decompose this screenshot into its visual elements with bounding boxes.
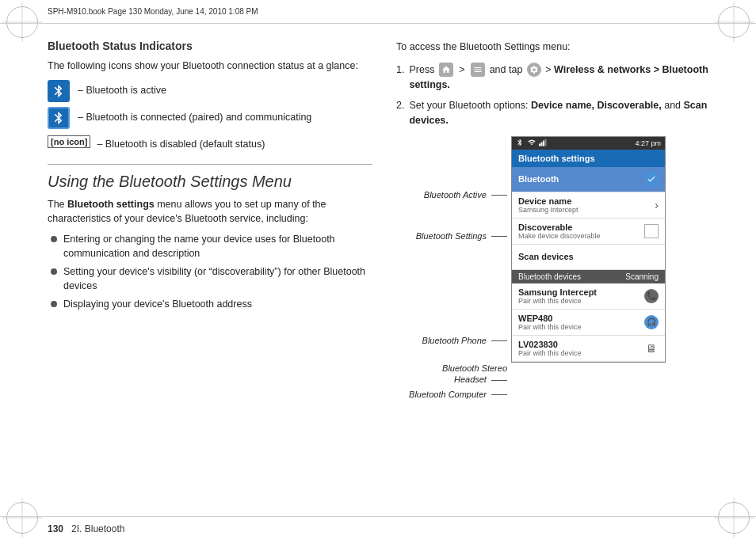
no-icon-text: – Bluetooth is disabled (default status) [97, 134, 265, 152]
footer-bar: 130 2I. Bluetooth [0, 516, 756, 540]
phone-screen: 4:27 pm Bluetooth settings Bluetooth D [511, 136, 666, 363]
status-bt-icon [516, 139, 524, 146]
menu-icon [471, 63, 485, 77]
headset-icon: 🎧 [644, 315, 659, 329]
device3-text: LV023830 Pair with this device [518, 340, 644, 357]
scan-header: Bluetooth devices Scanning [512, 270, 665, 283]
bullet-dot-3 [51, 301, 57, 307]
phone-device-name-row: Device name Samsung Intercept › [512, 192, 665, 219]
label-bluetooth-stereo: Bluetooth StereoHeadset [442, 363, 507, 386]
step-2-num: 2. [396, 98, 404, 113]
phone-device2-row: WEP480 Pair with this device 🎧 [512, 310, 665, 336]
settings-text-prefix: The [48, 199, 67, 210]
phone-bt-row: Bluetooth [512, 167, 665, 192]
svg-rect-10 [543, 140, 544, 146]
bullet-item-2: Setting your device's visibility (or “di… [51, 265, 372, 293]
header-bar: SPH-M910.book Page 130 Monday, June 14, … [0, 0, 756, 24]
device2-name: WEP480 [518, 314, 644, 323]
settings-desc: The Bluetooth settings menu allows you t… [48, 197, 372, 227]
phone-title-bar: Bluetooth settings [512, 150, 665, 167]
step-1-num: 1. [396, 63, 404, 78]
bt-checkbox [644, 172, 659, 186]
menu-svg [473, 65, 483, 74]
header-text: SPH-M910.book Page 130 Monday, June 14, … [48, 7, 258, 16]
step-2-prefix: Set your Bluetooth options: [409, 100, 531, 111]
phone-title: Bluetooth settings [518, 154, 595, 163]
step-1-content: Press > and tap > Wireless & net [409, 63, 732, 93]
bt-connected-icon [48, 107, 70, 129]
no-icon-row: [no icon] – Bluetooth is disabled (defau… [48, 134, 372, 152]
step-1-greater: > [459, 64, 464, 75]
check-icon [647, 174, 656, 184]
computer-icon: 🖥 [644, 341, 659, 356]
no-icon-label: [no icon] [48, 135, 90, 148]
device1-sub: Pair with this device [518, 297, 644, 305]
settings-svg [529, 65, 539, 74]
settings-bold: Bluetooth settings [67, 199, 155, 210]
svg-rect-9 [541, 142, 543, 146]
scan-status: Scanning [625, 272, 659, 281]
page-section: 2I. Bluetooth [71, 523, 124, 534]
device3-sub: Pair with this device [518, 349, 644, 357]
phone-icon-1: 📞 [644, 289, 659, 303]
discoverable-checkbox [644, 224, 659, 238]
status-wifi-icon [528, 139, 536, 146]
scan-label: Scan devices [518, 252, 574, 261]
bullet-dot-1 [51, 236, 57, 242]
bluetooth-icon [52, 84, 66, 98]
step-1: 1. Press > and tap [396, 63, 732, 93]
using-bt-settings-title: Using the Bluetooth Settings Menu [48, 164, 372, 191]
steps-list: 1. Press > and tap [396, 63, 732, 128]
intro-text: The following icons show your Bluetooth … [48, 59, 372, 74]
device-name-sub: Samsung Intercept [518, 206, 655, 214]
bullet-item-3: Displaying your device's Bluetooth addre… [51, 298, 372, 312]
bluetooth-connected-icon [52, 111, 66, 125]
step-1-path: Wireless & networks > Bluetooth settings… [409, 64, 708, 90]
bt-active-row: – Bluetooth is active [48, 80, 372, 102]
section-title: Bluetooth Status Indicators [48, 40, 372, 52]
label-bluetooth-settings: Bluetooth Settings [416, 231, 507, 241]
label-bluetooth-phone: Bluetooth Phone [422, 336, 507, 345]
step-2-bold: Device name, Discoverable, [531, 100, 662, 111]
left-column: Bluetooth Status Indicators The followin… [48, 40, 388, 500]
bt-row-label: Bluetooth [518, 174, 559, 184]
label-bluetooth-active: Bluetooth Active [424, 190, 507, 200]
labels-column: Bluetooth Active Bluetooth Settings Blue… [396, 136, 511, 363]
bt-active-label: – Bluetooth is active [78, 80, 166, 98]
bullet-dot-2 [51, 268, 57, 275]
home-icon [439, 63, 453, 77]
status-time: 4:27 pm [635, 139, 661, 147]
phone-scan-row: Scan devices [512, 245, 665, 270]
bullet-text-2: Setting your device's visibility (or “di… [63, 265, 372, 293]
bt-active-icon [48, 80, 70, 102]
phone-device3-row: LV023830 Pair with this device 🖥 [512, 336, 665, 362]
phone-wrapper: Bluetooth Active Bluetooth Settings Blue… [396, 136, 732, 363]
phone-discoverable-row: Discoverable Make device discoverable [512, 219, 665, 245]
phone-device1-row: Samsung Intercept Pair with this device … [512, 283, 665, 310]
step-1-press: Press [409, 64, 434, 75]
phone-status-bar: 4:27 pm [512, 137, 665, 150]
svg-rect-11 [545, 139, 547, 146]
bt-connected-label: – Bluetooth is connected (paired) and co… [78, 107, 311, 125]
discoverable-sub: Make device discoverable [518, 232, 644, 240]
device-name-arrow: › [655, 199, 659, 211]
device2-sub: Pair with this device [518, 323, 644, 331]
right-column: To access the Bluetooth Settings menu: 1… [388, 40, 732, 500]
device2-text: WEP480 Pair with this device [518, 314, 644, 331]
discoverable-text: Discoverable Make device discoverable [518, 222, 644, 240]
label-bluetooth-computer: Bluetooth Computer [409, 390, 507, 399]
bullet-list: Entering or changing the name your devic… [51, 233, 372, 312]
bullet-text-1: Entering or changing the name your devic… [63, 233, 372, 260]
device1-name: Samsung Intercept [518, 287, 644, 297]
step-2-content: Set your Bluetooth options: Device name,… [409, 98, 732, 128]
bt-connected-row: – Bluetooth is connected (paired) and co… [48, 107, 372, 129]
device-name-text: Device name Samsung Intercept [518, 196, 655, 214]
device-name-label: Device name [518, 196, 655, 206]
scan-section-label: Bluetooth devices [518, 272, 581, 281]
status-signal-icon [539, 139, 548, 146]
step-1-and-tap: and tap [490, 64, 523, 75]
page-number: 130 [48, 523, 63, 534]
home-svg [441, 65, 451, 74]
device3-name: LV023830 [518, 340, 644, 349]
settings-icon [527, 63, 541, 77]
